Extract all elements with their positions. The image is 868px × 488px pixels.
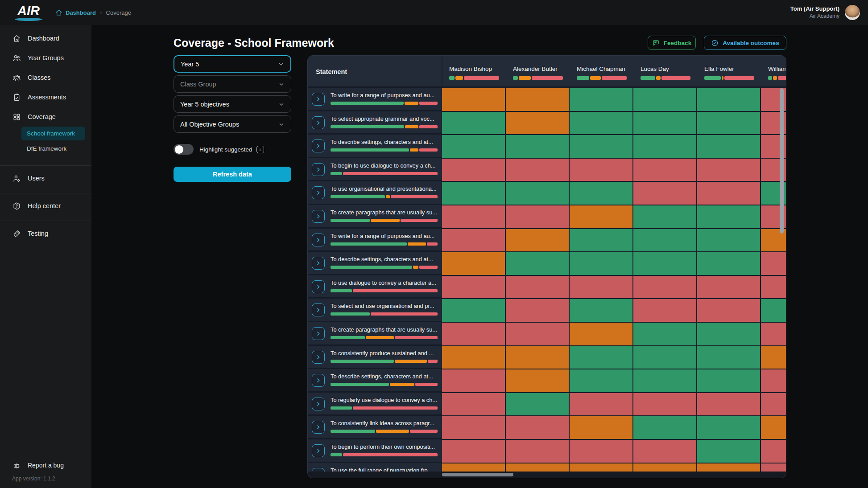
highlight-suggested-toggle[interactable] [174, 144, 194, 155]
coverage-cell[interactable] [697, 393, 761, 416]
expand-row-button[interactable] [312, 303, 325, 316]
coverage-cell[interactable] [442, 463, 505, 472]
coverage-cell[interactable] [569, 322, 633, 346]
coverage-cell[interactable] [633, 229, 697, 252]
coverage-cell[interactable] [569, 463, 633, 472]
expand-row-button[interactable] [312, 421, 325, 434]
coverage-cell[interactable] [697, 322, 761, 346]
coverage-cell[interactable] [505, 299, 569, 322]
coverage-cell[interactable] [761, 346, 786, 369]
coverage-cell[interactable] [633, 135, 697, 158]
coverage-cell[interactable] [442, 158, 505, 182]
horizontal-scrollbar-thumb[interactable] [442, 473, 513, 476]
user-avatar[interactable] [845, 5, 860, 20]
coverage-cell[interactable] [569, 205, 633, 229]
coverage-cell[interactable] [633, 252, 697, 275]
student-column-header[interactable]: William [761, 56, 786, 88]
coverage-cell[interactable] [697, 252, 761, 275]
objectives-select[interactable]: Year 5 objectives [174, 95, 291, 113]
coverage-cell[interactable] [505, 322, 569, 346]
coverage-cell[interactable] [442, 205, 505, 229]
coverage-cell[interactable] [569, 416, 633, 439]
coverage-cell[interactable] [697, 135, 761, 158]
expand-row-button[interactable] [312, 398, 325, 410]
coverage-cell[interactable] [505, 135, 569, 158]
student-column-header[interactable]: Ella Fowler [698, 56, 761, 88]
coverage-cell[interactable] [569, 181, 633, 205]
coverage-cell[interactable] [505, 393, 569, 416]
expand-row-button[interactable] [312, 93, 325, 106]
app-logo[interactable]: AIR [0, 4, 49, 21]
coverage-cell[interactable] [633, 439, 697, 463]
sidebar-item-year-groups[interactable]: Year Groups [0, 48, 91, 68]
expand-row-button[interactable] [312, 374, 325, 387]
coverage-cell[interactable] [697, 205, 761, 229]
coverage-cell[interactable] [569, 252, 633, 275]
refresh-data-button[interactable]: Refresh data [174, 167, 291, 182]
expand-row-button[interactable] [312, 234, 325, 246]
expand-row-button[interactable] [312, 351, 325, 364]
student-column-header[interactable]: Michael Chapman [570, 56, 634, 88]
coverage-cell[interactable] [569, 393, 633, 416]
coverage-cell[interactable] [633, 463, 697, 472]
coverage-cell[interactable] [442, 439, 505, 463]
sidebar-item-help-center[interactable]: Help center [0, 196, 91, 216]
coverage-cell[interactable] [569, 369, 633, 393]
coverage-cell[interactable] [569, 158, 633, 182]
coverage-cell[interactable] [761, 322, 786, 346]
student-column-header[interactable]: Madison Bishop [442, 56, 506, 88]
expand-row-button[interactable] [312, 139, 325, 152]
objective-groups-select[interactable]: All Objective Groups [174, 115, 291, 133]
expand-row-button[interactable] [312, 257, 325, 270]
coverage-cell[interactable] [505, 181, 569, 205]
coverage-cell[interactable] [633, 299, 697, 322]
coverage-cell[interactable] [761, 299, 786, 322]
coverage-cell[interactable] [442, 181, 505, 205]
coverage-cell[interactable] [761, 416, 786, 439]
coverage-cell[interactable] [633, 416, 697, 439]
coverage-cell[interactable] [633, 393, 697, 416]
coverage-cell[interactable] [505, 252, 569, 275]
vertical-scrollbar-thumb[interactable] [780, 88, 784, 234]
coverage-cell[interactable] [442, 111, 505, 135]
coverage-cell[interactable] [697, 275, 761, 299]
report-a-bug-button[interactable]: Report a bug [0, 458, 91, 473]
coverage-cell[interactable] [761, 393, 786, 416]
expand-row-button[interactable] [312, 116, 325, 129]
coverage-cell[interactable] [505, 205, 569, 229]
coverage-cell[interactable] [633, 205, 697, 229]
coverage-cell[interactable] [505, 439, 569, 463]
coverage-cell[interactable] [442, 322, 505, 346]
coverage-cell[interactable] [761, 439, 786, 463]
coverage-cell[interactable] [697, 299, 761, 322]
coverage-cell[interactable] [505, 229, 569, 252]
student-column-header[interactable]: Lucas Day [634, 56, 698, 88]
info-icon[interactable]: i [256, 146, 264, 153]
coverage-cell[interactable] [442, 252, 505, 275]
coverage-cell[interactable] [505, 346, 569, 369]
coverage-cell[interactable] [442, 369, 505, 393]
coverage-cell[interactable] [633, 181, 697, 205]
coverage-cell[interactable] [505, 111, 569, 135]
coverage-cell[interactable] [697, 369, 761, 393]
coverage-cell[interactable] [442, 416, 505, 439]
coverage-cell[interactable] [569, 229, 633, 252]
coverage-cell[interactable] [569, 346, 633, 369]
sidebar-item-coverage[interactable]: Coverage [0, 107, 91, 127]
year-group-select[interactable]: Year 5 [174, 55, 291, 73]
coverage-cell[interactable] [505, 275, 569, 299]
coverage-cell[interactable] [505, 158, 569, 182]
breadcrumb-dashboard-link[interactable]: Dashboard [55, 9, 96, 16]
coverage-cell[interactable] [505, 369, 569, 393]
coverage-cell[interactable] [761, 252, 786, 275]
coverage-cell[interactable] [505, 88, 569, 111]
coverage-cell[interactable] [633, 322, 697, 346]
sidebar-item-assessments[interactable]: Assessments [0, 87, 91, 107]
coverage-cell[interactable] [442, 393, 505, 416]
available-outcomes-button[interactable]: Available outcomes [704, 36, 786, 50]
expand-row-button[interactable] [312, 327, 325, 340]
coverage-cell[interactable] [697, 439, 761, 463]
coverage-cell[interactable] [569, 439, 633, 463]
coverage-cell[interactable] [442, 135, 505, 158]
expand-row-button[interactable] [312, 186, 325, 199]
